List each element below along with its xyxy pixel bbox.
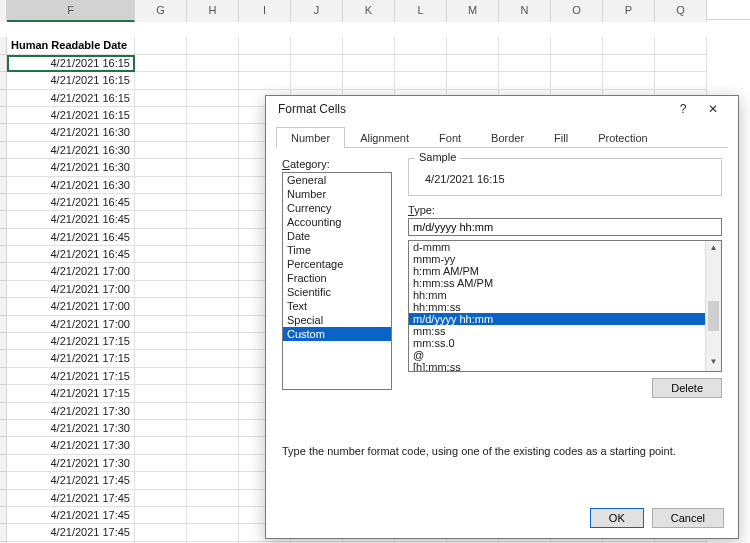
data-cell[interactable]: 4/21/2021 16:30: [7, 177, 135, 194]
column-header[interactable]: Q: [655, 0, 707, 22]
cell[interactable]: [239, 55, 291, 72]
cell[interactable]: [135, 55, 187, 72]
tab-fill[interactable]: Fill: [539, 127, 583, 148]
tab-alignment[interactable]: Alignment: [345, 127, 424, 148]
type-item[interactable]: hh:mm:ss: [409, 301, 721, 313]
category-item[interactable]: Scientific: [283, 285, 391, 299]
data-cell[interactable]: 4/21/2021 16:15: [7, 55, 135, 72]
row-header[interactable]: [0, 107, 7, 124]
cell[interactable]: [135, 211, 187, 228]
cell[interactable]: [551, 55, 603, 72]
cell[interactable]: [187, 263, 239, 280]
tab-border[interactable]: Border: [476, 127, 539, 148]
cell[interactable]: [187, 107, 239, 124]
cell[interactable]: [551, 37, 603, 54]
row-header[interactable]: [0, 142, 7, 159]
data-cell[interactable]: 4/21/2021 17:45: [7, 507, 135, 524]
cell[interactable]: [187, 90, 239, 107]
tab-font[interactable]: Font: [424, 127, 476, 148]
column-header[interactable]: I: [239, 0, 291, 22]
cell[interactable]: [135, 333, 187, 350]
row-header[interactable]: [0, 90, 7, 107]
row-header[interactable]: [0, 194, 7, 211]
cell[interactable]: [135, 385, 187, 402]
cell[interactable]: [187, 159, 239, 176]
cell[interactable]: [187, 472, 239, 489]
cell[interactable]: [395, 37, 447, 54]
cell[interactable]: [187, 333, 239, 350]
cell[interactable]: [135, 524, 187, 541]
cell[interactable]: [135, 124, 187, 141]
data-cell[interactable]: 4/21/2021 17:00: [7, 281, 135, 298]
cell[interactable]: [187, 507, 239, 524]
data-cell[interactable]: 4/21/2021 16:30: [7, 124, 135, 141]
row-header[interactable]: [0, 298, 7, 315]
row-header[interactable]: [0, 403, 7, 420]
type-item[interactable]: mm:ss.0: [409, 337, 721, 349]
data-cell[interactable]: 4/21/2021 16:30: [7, 142, 135, 159]
cell[interactable]: [135, 350, 187, 367]
type-item[interactable]: [h]:mm:ss: [409, 361, 721, 372]
help-button[interactable]: ?: [668, 102, 698, 116]
column-header[interactable]: J: [291, 0, 343, 22]
cell[interactable]: [499, 55, 551, 72]
data-cell[interactable]: 4/21/2021 17:30: [7, 420, 135, 437]
category-item[interactable]: General: [283, 173, 391, 187]
cell[interactable]: [551, 72, 603, 89]
cell[interactable]: [291, 55, 343, 72]
cell[interactable]: [447, 72, 499, 89]
cell[interactable]: [135, 507, 187, 524]
cell[interactable]: [395, 55, 447, 72]
row-header[interactable]: [0, 72, 7, 89]
cell[interactable]: [135, 142, 187, 159]
data-cell[interactable]: 4/21/2021 17:15: [7, 350, 135, 367]
column-header[interactable]: G: [135, 0, 187, 22]
column-header[interactable]: N: [499, 0, 551, 22]
scroll-thumb[interactable]: [708, 301, 719, 331]
row-header[interactable]: [0, 159, 7, 176]
cell[interactable]: [187, 142, 239, 159]
cell[interactable]: [135, 194, 187, 211]
cell[interactable]: [655, 72, 707, 89]
data-cell[interactable]: 4/21/2021 16:15: [7, 107, 135, 124]
row-header[interactable]: [0, 316, 7, 333]
data-cell[interactable]: 4/21/2021 17:45: [7, 472, 135, 489]
row-header[interactable]: [0, 263, 7, 280]
cell[interactable]: [187, 281, 239, 298]
cell[interactable]: [187, 72, 239, 89]
data-cell[interactable]: 4/21/2021 17:00: [7, 316, 135, 333]
row-header[interactable]: [0, 211, 7, 228]
ok-button[interactable]: OK: [590, 508, 644, 528]
cell[interactable]: [603, 55, 655, 72]
type-item[interactable]: mm:ss: [409, 325, 721, 337]
row-header[interactable]: [0, 455, 7, 472]
data-cell[interactable]: 4/21/2021 17:15: [7, 385, 135, 402]
cancel-button[interactable]: Cancel: [652, 508, 724, 528]
cell[interactable]: [187, 316, 239, 333]
data-cell[interactable]: 4/21/2021 16:30: [7, 159, 135, 176]
data-cell[interactable]: 4/21/2021 16:45: [7, 194, 135, 211]
category-item[interactable]: Date: [283, 229, 391, 243]
cell[interactable]: [135, 490, 187, 507]
cell[interactable]: [655, 37, 707, 54]
cell[interactable]: [135, 281, 187, 298]
row-header[interactable]: [0, 368, 7, 385]
cell[interactable]: [187, 229, 239, 246]
cell[interactable]: [135, 229, 187, 246]
row-header[interactable]: [0, 55, 7, 72]
category-listbox[interactable]: GeneralNumberCurrencyAccountingDateTimeP…: [282, 172, 392, 390]
cell[interactable]: [187, 55, 239, 72]
cell[interactable]: [291, 72, 343, 89]
data-cell[interactable]: 4/21/2021 17:00: [7, 263, 135, 280]
cell[interactable]: [135, 177, 187, 194]
scroll-down-icon[interactable]: ▼: [706, 355, 721, 371]
cell[interactable]: [343, 55, 395, 72]
row-header[interactable]: [0, 177, 7, 194]
type-list-scrollbar[interactable]: ▲ ▼: [705, 241, 721, 371]
row-header[interactable]: [0, 333, 7, 350]
cell[interactable]: [187, 385, 239, 402]
data-cell[interactable]: 4/21/2021 17:45: [7, 524, 135, 541]
cell[interactable]: [135, 90, 187, 107]
cell[interactable]: [187, 194, 239, 211]
cell[interactable]: [135, 107, 187, 124]
